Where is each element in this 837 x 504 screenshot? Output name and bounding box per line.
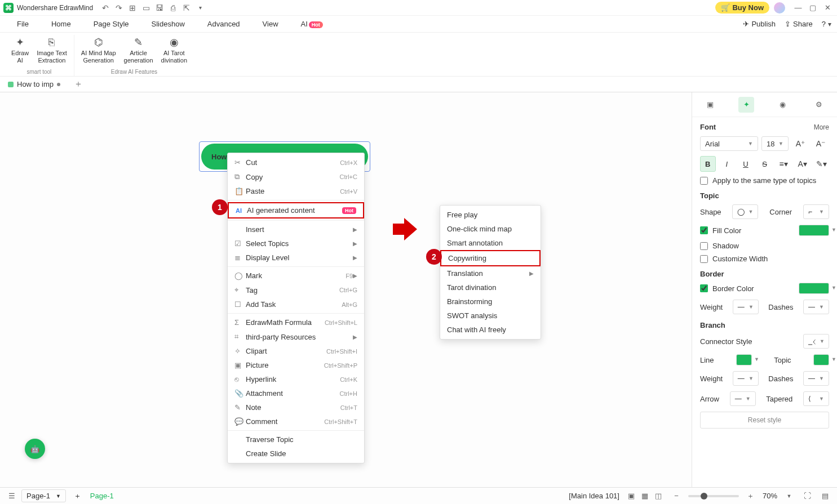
menu-item-add-task[interactable]: ☐Add TaskAlt+G <box>228 297 364 311</box>
publish-button[interactable]: ✈Publish <box>743 20 776 28</box>
border-weight-combo[interactable]: —▼ <box>733 300 759 314</box>
maximize-button[interactable]: ▢ <box>807 2 819 14</box>
menu-item-paste[interactable]: 📋PasteCtrl+V <box>228 184 364 198</box>
menu-page-style[interactable]: Page Style <box>82 16 140 32</box>
italic-button[interactable]: I <box>719 156 735 172</box>
page-selector[interactable]: Page-1▼ <box>21 489 66 502</box>
edraw-ai-button[interactable]: ✦EdrawAI <box>8 35 32 65</box>
zoom-out-button[interactable]: − <box>670 490 683 502</box>
zoom-slider[interactable] <box>688 495 739 497</box>
menu-item-traverse-topic[interactable]: Traverse Topic <box>228 432 364 447</box>
menu-item-smart-annotation[interactable]: Smart annotation <box>440 236 541 250</box>
print-icon[interactable]: ⎙ <box>169 3 178 12</box>
view-mode-3[interactable]: ◫ <box>652 490 665 502</box>
align-button[interactable]: ≡▾ <box>776 156 791 172</box>
menu-item-create-slide[interactable]: Create Slide <box>228 447 364 461</box>
border-dashes-combo[interactable]: —▼ <box>803 300 829 314</box>
menu-item-attachment[interactable]: 📎AttachmentCtrl+H <box>228 386 364 400</box>
ai-mindmap-gen-button[interactable]: ⌬AI Mind MapGeneration <box>78 35 119 65</box>
menu-file[interactable]: File <box>6 16 40 32</box>
close-button[interactable]: ✕ <box>821 2 834 14</box>
strike-button[interactable]: S <box>757 156 773 172</box>
border-color-swatch[interactable]: ▼ <box>799 283 829 294</box>
menu-slideshow[interactable]: Slideshow <box>140 16 196 32</box>
font-more-link[interactable]: More <box>814 123 829 131</box>
font-color-button[interactable]: A▾ <box>795 156 811 172</box>
save-icon[interactable]: 🖫 <box>155 3 164 12</box>
menu-item-copywriting[interactable]: Copywriting <box>440 250 541 266</box>
branch-dashes-combo[interactable]: —▼ <box>803 371 829 386</box>
panel-tab-theme[interactable]: ◉ <box>775 97 791 113</box>
bold-button[interactable]: B <box>700 156 716 172</box>
buy-now-button[interactable]: 🛒Buy Now <box>715 2 769 14</box>
menu-ai[interactable]: AIHot <box>290 16 334 32</box>
menu-item-copy[interactable]: ⧉CopyCtrl+C <box>228 170 364 184</box>
menu-item-note[interactable]: ✎NoteCtrl+T <box>228 400 364 414</box>
zoom-dropdown[interactable]: ▼ <box>783 490 795 502</box>
corner-combo[interactable]: ⌐▼ <box>803 204 829 219</box>
add-page-button[interactable]: ＋ <box>69 489 86 503</box>
menu-item-tag[interactable]: ⌖TagCtrl+G <box>228 283 364 297</box>
underline-button[interactable]: U <box>738 156 754 172</box>
menu-item-free-play[interactable]: Free play <box>440 208 541 222</box>
fill-color-checkbox[interactable]: Fill Color <box>700 226 741 235</box>
qat-more-icon[interactable]: ▾ <box>196 3 205 12</box>
menu-item-swot-analysis[interactable]: SWOT analysis <box>440 309 541 323</box>
line-color-swatch[interactable]: ▼ <box>736 354 752 365</box>
panel-toggle-button[interactable]: ▤ <box>819 490 831 502</box>
new-icon[interactable]: ⊞ <box>128 3 137 12</box>
menu-item-brainstorming[interactable]: Brainstorming <box>440 295 541 309</box>
fill-color-swatch[interactable]: ▼ <box>799 225 829 236</box>
tapered-combo[interactable]: ⟨▼ <box>803 391 829 406</box>
branch-weight-combo[interactable]: —▼ <box>733 371 759 386</box>
page-tab-1[interactable]: Page-1 <box>86 489 118 502</box>
panel-tab-style[interactable]: ✦ <box>738 97 754 113</box>
arrow-combo[interactable]: —▼ <box>730 391 756 406</box>
share-button[interactable]: ⇪Share <box>785 20 813 28</box>
view-mode-2[interactable]: ▦ <box>639 490 651 502</box>
font-decrease-button[interactable]: A⁻ <box>812 136 829 151</box>
topic-color-swatch[interactable]: ▼ <box>813 354 829 365</box>
menu-item-edrawmath-formula[interactable]: ΣEdrawMath FormulaCtrl+Shift+L <box>228 315 364 329</box>
canvas[interactable]: How ✂CutCtrl+X⧉CopyCtrl+C📋PasteCtrl+VAIA… <box>0 92 692 487</box>
menu-item-tarot-divination[interactable]: Tarot divination <box>440 280 541 295</box>
menu-item-picture[interactable]: ▣PictureCtrl+Shift+P <box>228 358 364 372</box>
font-size-combo[interactable]: 18▼ <box>761 136 789 151</box>
menu-item-chat-with-ai-freely[interactable]: Chat with AI freely <box>440 323 541 337</box>
export-icon[interactable]: ⇱ <box>182 3 191 12</box>
panel-tab-settings[interactable]: ⚙ <box>811 97 827 113</box>
fullscreen-button[interactable]: ⛶ <box>801 490 813 502</box>
redo-icon[interactable]: ↷ <box>114 3 123 12</box>
document-tab[interactable]: How to imp <box>3 80 65 88</box>
menu-advanced[interactable]: Advanced <box>196 16 251 32</box>
menu-item-insert[interactable]: Insert▶ <box>228 222 364 237</box>
menu-item-one-click-mind-map[interactable]: One-click mind map <box>440 222 541 236</box>
apply-same-type-checkbox[interactable]: Apply to the same type of topics <box>700 176 829 185</box>
menu-item-select-topics[interactable]: ☑Select Topics▶ <box>228 237 364 251</box>
menu-item-third-party-resources[interactable]: ⌗third-party Resources▶ <box>228 329 364 344</box>
menu-item-display-level[interactable]: ≣Display Level▶ <box>228 251 364 265</box>
user-avatar[interactable] <box>774 2 785 14</box>
ai-tarot-button[interactable]: ◉AI Tarotdivination <box>158 35 191 65</box>
view-mode-1[interactable]: ▣ <box>625 490 637 502</box>
menu-item-ai-generated-content[interactable]: AIAI generated contentHot <box>228 202 364 218</box>
font-increase-button[interactable]: A⁺ <box>792 136 809 151</box>
reset-style-button[interactable]: Reset style <box>700 412 829 429</box>
zoom-in-button[interactable]: ＋ <box>745 490 757 502</box>
menu-item-cut[interactable]: ✂CutCtrl+X <box>228 155 364 170</box>
menu-item-hyperlink[interactable]: ⎋HyperlinkCtrl+K <box>228 372 364 386</box>
font-family-combo[interactable]: Arial▼ <box>700 136 758 151</box>
panel-tab-layout[interactable]: ▣ <box>702 97 718 113</box>
menu-item-clipart[interactable]: ✧ClipartCtrl+Shift+I <box>228 344 364 358</box>
ai-assistant-fab[interactable]: 🤖 <box>25 439 45 459</box>
menu-item-translation[interactable]: Translation▶ <box>440 266 541 280</box>
menu-item-mark[interactable]: ◯MarkF9▶ <box>228 269 364 283</box>
image-text-extraction-button[interactable]: ⎘Image TextExtraction <box>33 35 70 65</box>
border-color-checkbox[interactable]: Border Color <box>700 284 754 293</box>
add-tab-button[interactable]: ＋ <box>70 78 86 90</box>
article-gen-button[interactable]: ✎Articlegeneration <box>121 35 157 65</box>
help-button[interactable]: ?▾ <box>822 20 831 28</box>
open-icon[interactable]: ▭ <box>141 3 150 12</box>
menu-item-comment[interactable]: 💬CommentCtrl+Shift+T <box>228 414 364 429</box>
shadow-checkbox[interactable]: Shadow <box>700 242 829 250</box>
